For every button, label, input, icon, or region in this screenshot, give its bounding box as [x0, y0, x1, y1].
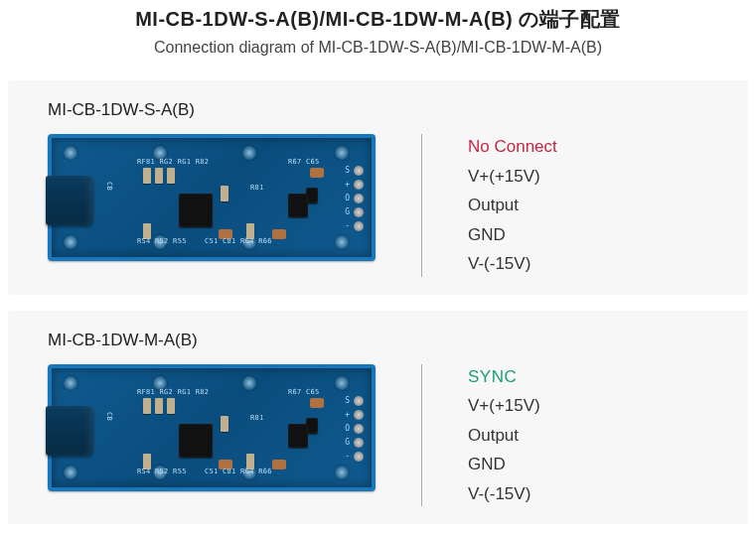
terminal-labels: S+OG- [345, 394, 350, 464]
pin-list: No Connect V+(+15V) Output GND V-(-15V) [468, 134, 708, 277]
pin-label-vplus: V+(+15V) [468, 164, 708, 190]
vertical-divider [421, 364, 422, 507]
panel-body: CB RF81 RG2 RG1 R82 R54 R52 R55 C51 C81 … [48, 134, 708, 277]
ic-chip [306, 188, 318, 203]
page-title: MI-CB-1DW-S-A(B)/MI-CB-1DW-M-A(B) の端子配置 [0, 6, 756, 33]
mi-sensor-head [46, 406, 93, 456]
terminal-pads [354, 396, 364, 462]
pin-label-vminus: V-(-15V) [468, 251, 708, 277]
pin-label-noconnect: No Connect [468, 134, 708, 160]
pcb-board: CB RF81 RG2 RG1 R82 R54 R52 R55 C51 C81 … [48, 364, 376, 491]
ic-chip [179, 194, 213, 227]
pin-label-vplus: V+(+15V) [468, 393, 708, 419]
terminal-pads [354, 166, 364, 231]
mi-sensor-head [46, 176, 93, 225]
ic-chip [288, 194, 308, 217]
page-subtitle: Connection diagram of MI-CB-1DW-S-A(B)/M… [0, 39, 756, 57]
pin-label-output: Output [468, 423, 708, 449]
pin-label-output: Output [468, 193, 708, 218]
pin-label-gnd: GND [468, 452, 708, 477]
panel-label: MI-CB-1DW-S-A(B) [48, 100, 708, 120]
pcb-image: CB RF81 RG2 RG1 R82 R54 R52 R55 C51 C81 … [48, 364, 376, 507]
panel-s-variant: MI-CB-1DW-S-A(B) CB RF81 RG2 RG1 R82 R54… [8, 80, 748, 295]
pcb-board: CB RF81 RG2 RG1 R82 R54 R52 R55 C51 C81 … [48, 134, 376, 261]
panel-label: MI-CB-1DW-M-A(B) [48, 331, 708, 350]
ic-chip [288, 424, 308, 448]
pin-label-vminus: V-(-15V) [468, 481, 708, 507]
vertical-divider [421, 134, 422, 277]
pin-label-sync: SYNC [468, 364, 708, 390]
panel-m-variant: MI-CB-1DW-M-A(B) CB RF81 RG2 RG1 R82 R54… [8, 311, 748, 525]
ic-chip [306, 418, 318, 434]
pin-label-gnd: GND [468, 222, 708, 248]
pcb-image: CB RF81 RG2 RG1 R82 R54 R52 R55 C51 C81 … [48, 134, 376, 277]
terminal-labels: S+OG- [345, 164, 350, 233]
panel-body: CB RF81 RG2 RG1 R82 R54 R52 R55 C51 C81 … [48, 364, 708, 507]
header: MI-CB-1DW-S-A(B)/MI-CB-1DW-M-A(B) の端子配置 … [0, 0, 756, 70]
pin-list: SYNC V+(+15V) Output GND V-(-15V) [468, 364, 708, 507]
ic-chip [179, 424, 213, 458]
